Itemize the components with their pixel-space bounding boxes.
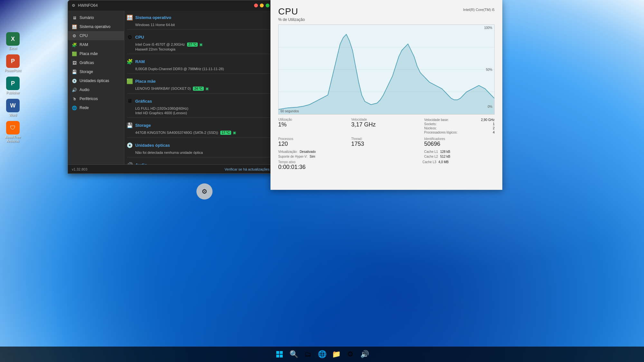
velocidade-label: Velocidade — [351, 118, 422, 121]
audio-label: Audio — [80, 88, 90, 92]
sidebar-item-unidades[interactable]: 💿 Unidades ópticas — [68, 76, 124, 85]
sidebar-item-audio[interactable]: 🔊 Audio — [68, 85, 124, 94]
velocidade-value: 3,17 GHz — [351, 121, 422, 128]
app-title: HWiNFO64 — [78, 3, 98, 8]
excel-label: Excel — [9, 47, 17, 51]
perifericos-icon: 🖱 — [72, 96, 77, 101]
sidebar-item-perifericos[interactable]: 🖱 Periféricos — [68, 94, 124, 103]
storage-icon: 💾 — [72, 69, 77, 74]
sidebar-item-placa-mae[interactable]: 🟩 Placa mãe — [68, 49, 124, 58]
sockets-key: Sockets: — [424, 122, 436, 126]
taskbar-search[interactable]: 🔍 — [287, 348, 300, 361]
section-unidades-value: Não foi detectada nenhuma unidade óptica — [127, 151, 271, 154]
sidebar-item-sistema[interactable]: 🪟 Sistema operativo — [68, 22, 124, 31]
cache-l1-key: Cache L1 — [424, 150, 438, 153]
status-bar: v1.32.803 Verificar se há actualizações — [68, 164, 273, 173]
maximize-button[interactable] — [266, 4, 270, 7]
section-graficas-title: Gráficas — [135, 99, 152, 104]
cpu-panel-title: CPU — [278, 6, 495, 17]
cache-l2-key: Cache L2 — [424, 155, 438, 158]
desktop-icon-excel[interactable]: X Excel — [3, 32, 23, 51]
cache-l1-val: 128 kB — [440, 150, 450, 153]
sockets-row: Sockets: 1 — [424, 122, 495, 126]
processos-stat: Processos 120 — [278, 137, 349, 147]
sumario-label: Sumário — [80, 15, 94, 20]
audio-taskbar-icon: 🔊 — [360, 350, 369, 358]
cpu-details-grid: Virtualização: Desativado Cache L1 128 k… — [270, 149, 502, 160]
minimize-button[interactable] — [260, 4, 264, 7]
placa-mae-temp-badge: 24 °C — [193, 87, 204, 91]
svg-marker-3 — [279, 34, 494, 114]
sidebar-item-sumario[interactable]: 🖥 Sumário — [68, 13, 124, 22]
close-button[interactable] — [254, 4, 258, 7]
taskbar-explorer[interactable]: 📁 — [330, 348, 343, 361]
sidebar-item-ram[interactable]: 🧩 RAM — [68, 40, 124, 49]
taskbar-browser[interactable]: 🌐 — [316, 348, 328, 361]
graficas-label: Gráficas — [80, 60, 94, 65]
sidebar-item-graficas[interactable]: 🖼 Gráficas — [68, 58, 124, 67]
section-graficas-value2: Intel HD Graphics 4600 (Lenovo) — [127, 111, 271, 115]
threads-stat: Thread: 1753 — [351, 137, 422, 147]
cpu-graph-area: 60 segundos 100% 50% 0% — [278, 24, 495, 115]
word-icon: W — [6, 99, 20, 112]
virtualizacao-val: Desativado — [300, 150, 316, 153]
perifericos-label: Periféricos — [80, 97, 98, 101]
gear-float-button[interactable]: ⚙ — [196, 183, 213, 200]
velocidade-base-val: 2,90 GHz — [481, 118, 495, 122]
storage-label: Storage — [80, 70, 93, 74]
svg-rect-7 — [280, 355, 283, 357]
section-sistema-title: Sistema operativo — [135, 15, 171, 20]
section-storage: 💾 Storage 447GB KINGSTON SA400S37480G (S… — [127, 121, 271, 138]
taskbar-audio[interactable]: 🔊 — [358, 348, 371, 361]
rede-icon: 🌐 — [72, 105, 77, 110]
nucleos-row: Núcleos: 2 — [424, 126, 495, 130]
unidades-label: Unidades ópticas — [80, 79, 109, 83]
taskbar-start[interactable] — [273, 348, 286, 361]
utilizacao-label: Utilização — [278, 118, 349, 121]
sistema-icon: 🪟 — [72, 24, 77, 29]
desktop-icon-word[interactable]: W Word — [3, 99, 23, 117]
tempo-ativo-label: Tempo ativo — [278, 160, 422, 164]
taskbar-taskview[interactable]: 🗂 — [301, 348, 314, 361]
section-cpu: ⚙ CPU Intel Core i5 4570T @ 2,90GHz 27 °… — [127, 33, 271, 54]
content-area: 🪟 Sistema operativo Windows 11 Home 64-b… — [124, 11, 273, 173]
settings-icon: ⚙ — [347, 350, 354, 358]
virtualizacao-key: Virtualização: — [278, 150, 298, 153]
tempo-ativo-stat: Tempo ativo 0:00:01:36 — [278, 160, 422, 171]
identificadores-stat: Identificadores 50696 — [424, 137, 495, 147]
desktop-icon-powerpoint[interactable]: P PowerPoint — [3, 54, 23, 73]
section-header-unidades: 💿 Unidades ópticas — [127, 141, 271, 149]
section-placa-mae: 🟩 Placa mãe LENOVO SHARKBAY (SOCKET 0) 2… — [127, 77, 271, 94]
section-sistema-icon: 🪟 — [127, 14, 133, 20]
hyper-v-key: Suporte de Hyper-V: — [278, 155, 308, 158]
section-ram-value: 8,00GB Duplo-Channel DDR3 @ 798MHz (11-1… — [127, 67, 271, 71]
desktop-icon-avast[interactable]: 🛡 Avast Free Antivirus — [3, 121, 23, 143]
processos-value: 120 — [278, 141, 349, 147]
sidebar-item-storage[interactable]: 💾 Storage — [68, 67, 124, 76]
section-ram-title: RAM — [135, 59, 145, 64]
section-placa-mae-title: Placa mãe — [135, 79, 156, 84]
avast-label: Avast Free Antivirus — [5, 135, 21, 143]
tempo-ativo-value: 0:00:01:36 — [278, 164, 422, 171]
section-unidades-icon: 💿 — [127, 142, 133, 148]
taskbar-settings[interactable]: ⚙ — [344, 348, 357, 361]
proc-logicos-val: 4 — [493, 131, 495, 134]
nucleos-key: Núcleos: — [424, 126, 437, 130]
cache-l3-val: 4,0 MB — [439, 160, 449, 164]
section-cpu-value1: Intel Core i5 4570T @ 2,90GHz 27 °C ▣ — [127, 42, 271, 47]
sidebar-item-cpu[interactable]: ⚙ CPU — [68, 31, 124, 40]
proc-logicos-row: Processadores lógicos: 4 — [424, 130, 495, 135]
section-graficas: 🖥 Gráficas LG FULL HD (1920x1080@60Hz) I… — [127, 97, 271, 118]
section-header-ram: 🧩 RAM — [127, 57, 271, 66]
cache-l3-key: Cache L3 — [422, 160, 436, 164]
cpu-panel-subtitle: % de Utilização — [278, 17, 495, 22]
version-label: v1.32.803 — [72, 167, 87, 171]
powerpoint-icon: P — [6, 54, 20, 68]
desktop-icon-publisher[interactable]: P Publisher — [3, 77, 23, 95]
graph-0-label: 0% — [488, 105, 492, 108]
check-updates-button[interactable]: Verificar se há actualizações — [225, 167, 270, 171]
sidebar-item-rede[interactable]: 🌐 Rede — [68, 103, 124, 112]
unidades-icon: 💿 — [72, 78, 77, 83]
velocidade-stat: Velocidade 3,17 GHz — [351, 118, 422, 135]
section-sistema-value: Windows 11 Home 64-bit — [127, 23, 271, 27]
